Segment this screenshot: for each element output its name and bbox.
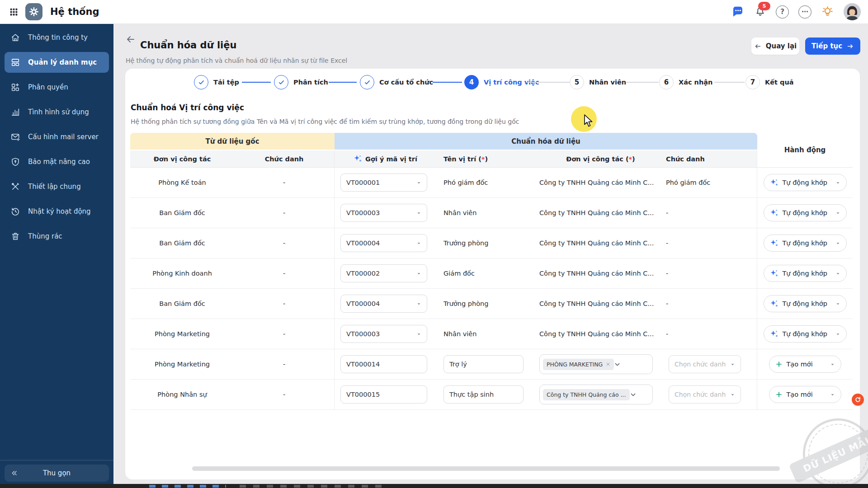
unit-tag: PHÒNG MARKETING bbox=[543, 359, 614, 370]
source-unit-text: Ban Giám đốc bbox=[159, 300, 205, 307]
collapse-sidebar-button[interactable]: Thu gọn bbox=[5, 465, 109, 482]
normalized-title-text: - bbox=[666, 270, 668, 277]
caret-down-icon[interactable] bbox=[830, 392, 835, 397]
code-input[interactable]: VT000014 bbox=[340, 355, 427, 373]
page-subtitle: Hệ thống tự động phân tích và chuẩn hoá … bbox=[126, 57, 347, 64]
step-connector-5 bbox=[626, 82, 659, 83]
cell-code: VT000003 bbox=[335, 198, 436, 228]
user-avatar[interactable] bbox=[844, 3, 861, 20]
app-logo[interactable] bbox=[25, 3, 42, 20]
normalized-title-text: - bbox=[666, 239, 668, 247]
group-header-source: Từ dữ liệu gốc bbox=[130, 133, 335, 150]
chevron-down-icon bbox=[614, 361, 621, 368]
chat-icon[interactable] bbox=[731, 5, 745, 19]
sparkle-icon bbox=[770, 239, 778, 248]
caret-down-icon[interactable] bbox=[830, 362, 835, 367]
main-content: Chuẩn hóa dữ liệu Hệ thống tự động phân … bbox=[113, 23, 868, 488]
normalization-table: Từ dữ liệu gốcChuẩn hóa dữ liệuHành động… bbox=[130, 133, 853, 410]
sidebar-item-6[interactable]: Bảo mật nâng cao bbox=[5, 151, 109, 172]
horizontal-scrollbar[interactable] bbox=[192, 466, 780, 471]
code-input[interactable]: VT000015 bbox=[340, 385, 427, 404]
create-new-button[interactable]: Tạo mới bbox=[769, 386, 841, 403]
position-name-input[interactable]: Thực tập sinh bbox=[443, 385, 524, 404]
back-button[interactable]: Quay lại bbox=[751, 38, 799, 55]
step-connector-1 bbox=[242, 82, 271, 83]
code-select[interactable]: VT000003 bbox=[340, 325, 427, 343]
auto-match-button[interactable]: Tự động khớp bbox=[764, 235, 847, 252]
caret-down-icon[interactable] bbox=[835, 271, 840, 276]
code-select[interactable]: VT000004 bbox=[340, 295, 427, 313]
step-7[interactable]: 7Kết quả bbox=[745, 75, 794, 89]
help-icon[interactable]: ? bbox=[776, 5, 789, 19]
step-1[interactable]: Tải tệp bbox=[194, 75, 239, 89]
continue-button[interactable]: Tiếp tục bbox=[805, 38, 860, 55]
caret-down-icon[interactable] bbox=[835, 241, 840, 246]
code-select[interactable]: VT000004 bbox=[340, 234, 427, 252]
step-5[interactable]: 5Nhân viên bbox=[570, 75, 626, 89]
back-arrow-icon[interactable] bbox=[125, 34, 136, 45]
unit-multiselect[interactable]: PHÒNG MARKETING bbox=[539, 354, 653, 374]
code-select[interactable]: VT000003 bbox=[340, 204, 427, 222]
cell-normalized-unit: Công ty TNHH Quảng cáo Minh C... bbox=[538, 289, 663, 319]
sidebar-item-3[interactable]: Phân quyền bbox=[5, 77, 109, 98]
step-3[interactable]: Cơ cấu tổ chức bbox=[360, 75, 433, 89]
cell-source-title: - bbox=[234, 258, 335, 289]
column-header-label: Đơn vị công tác bbox=[566, 155, 623, 163]
normalized-unit-text: Công ty TNHH Quảng cáo Minh C... bbox=[539, 330, 654, 338]
caret-down-icon[interactable] bbox=[835, 180, 840, 185]
sidebar-item-4[interactable]: Tình hình sử dụng bbox=[5, 102, 109, 122]
auto-match-label: Tự động khớp bbox=[783, 270, 827, 277]
apps-grid-icon[interactable] bbox=[9, 7, 19, 17]
auto-match-button[interactable]: Tự động khớp bbox=[764, 204, 847, 221]
page-title: Chuẩn hóa dữ liệu bbox=[140, 40, 237, 51]
suggestion-lamp-icon[interactable] bbox=[821, 5, 834, 19]
title-select[interactable]: Chọn chức danh bbox=[669, 385, 741, 404]
step-number-circle: 6 bbox=[659, 75, 674, 89]
auto-match-button[interactable]: Tự động khớp bbox=[764, 325, 847, 343]
cell-normalized-unit: Công ty TNHH Quảng cáo Minh C... bbox=[538, 319, 663, 349]
sidebar-item-2[interactable]: Quản lý danh mục bbox=[5, 52, 109, 73]
auto-match-button[interactable]: Tự động khớp bbox=[764, 265, 847, 282]
cell-source-title: - bbox=[234, 319, 335, 349]
source-unit-text: Ban Giám đốc bbox=[159, 209, 205, 216]
title-select-placeholder: Chọn chức danh bbox=[675, 361, 726, 368]
sidebar-item-5[interactable]: Cấu hình mail server bbox=[5, 127, 109, 147]
code-select[interactable]: VT000001 bbox=[340, 174, 427, 192]
sparkle-icon bbox=[770, 178, 778, 187]
normalized-title-text: - bbox=[666, 300, 668, 307]
caret-down-icon[interactable] bbox=[835, 301, 840, 306]
auto-match-button[interactable]: Tự động khớp bbox=[764, 174, 847, 191]
column-header-label: Chức danh bbox=[666, 155, 705, 163]
code-select[interactable]: VT000002 bbox=[340, 264, 427, 282]
notifications-button[interactable]: 5 bbox=[754, 5, 766, 19]
cell-action: Tạo mới bbox=[757, 380, 853, 410]
sidebar-item-9[interactable]: Thùng rác bbox=[5, 226, 109, 247]
more-options-icon[interactable]: ⋯ bbox=[798, 5, 811, 19]
sidebar-item-7[interactable]: Thiết lập chung bbox=[5, 176, 109, 197]
auto-match-button[interactable]: Tự động khớp bbox=[764, 295, 847, 312]
unit-multiselect[interactable]: Công ty TNHH Quảng cáo ... bbox=[539, 385, 653, 404]
step-2[interactable]: Phân tích bbox=[274, 75, 328, 89]
sidebar-item-label: Thiết lập chung bbox=[28, 183, 81, 191]
sidebar-item-8[interactable]: Nhật ký hoạt động bbox=[5, 201, 109, 222]
create-new-button[interactable]: Tạo mới bbox=[769, 356, 841, 373]
caret-down-icon[interactable] bbox=[835, 211, 840, 216]
floating-action-button[interactable] bbox=[852, 394, 864, 406]
sidebar-item-label: Thùng rác bbox=[28, 232, 62, 240]
position-name-input[interactable]: Trợ lý bbox=[443, 355, 524, 373]
title-select[interactable]: Chọn chức danh bbox=[669, 355, 741, 373]
step-6[interactable]: 6Xác nhận bbox=[659, 75, 712, 89]
auto-match-label: Tự động khớp bbox=[783, 209, 827, 216]
source-unit-text: Phòng Kế toán bbox=[158, 179, 206, 186]
grid-icon bbox=[10, 57, 20, 67]
cell-position-name: Nhân viên bbox=[436, 319, 538, 349]
sidebar-item-1[interactable]: Thông tin công ty bbox=[5, 27, 109, 48]
cell-code: VT000001 bbox=[335, 168, 436, 198]
cell-source-unit: Phòng Kế toán bbox=[130, 168, 234, 198]
cell-action: Tự động khớp bbox=[757, 228, 853, 258]
remove-tag-icon[interactable] bbox=[606, 362, 610, 366]
code-value: VT000003 bbox=[346, 330, 380, 338]
cell-normalized-title: - bbox=[663, 198, 757, 228]
source-title-text: - bbox=[283, 209, 285, 216]
caret-down-icon[interactable] bbox=[835, 332, 840, 337]
